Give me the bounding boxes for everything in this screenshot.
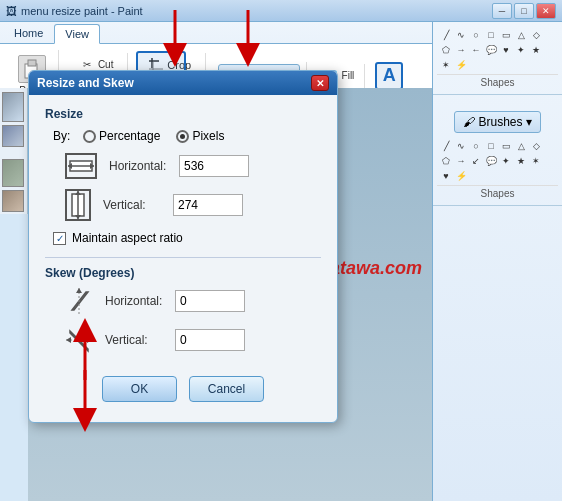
shape-rect[interactable]: □: [484, 28, 498, 42]
text-tool-button[interactable]: A: [375, 62, 403, 90]
resize-v-input[interactable]: [173, 194, 243, 216]
resize-section-title: Resize: [45, 107, 321, 121]
shape2-star4[interactable]: ✦: [499, 154, 513, 168]
dialog-close-button[interactable]: ✕: [311, 75, 329, 91]
by-row: By: Percentage Pixels: [53, 129, 321, 143]
tab-view[interactable]: View: [54, 24, 100, 44]
shape2-rect[interactable]: □: [484, 139, 498, 153]
ok-button[interactable]: OK: [102, 376, 177, 402]
shape-heart[interactable]: ♥: [499, 43, 513, 57]
app-icon: 🖼: [6, 5, 17, 17]
pixels-label: Pixels: [192, 129, 224, 143]
shape-lightning[interactable]: ⚡: [454, 58, 468, 72]
skew-horizontal-row: Horizontal:: [65, 288, 321, 314]
resize-v-label: Vertical:: [103, 198, 173, 212]
shape-star4[interactable]: ✦: [514, 43, 528, 57]
percentage-radio[interactable]: [83, 130, 96, 143]
tab-home-label: Home: [14, 27, 43, 39]
skew-h-svg: [66, 288, 92, 314]
skew-h-input[interactable]: [175, 290, 245, 312]
resize-v-svg: [70, 191, 86, 219]
title-bar: 🖼 menu resize paint - Paint ─ □ ✕: [0, 0, 562, 22]
dialog-title-bar: Resize and Skew ✕: [29, 71, 337, 95]
shape-star6[interactable]: ✶: [439, 58, 453, 72]
shapes-grid-top: ╱ ∿ ○ □ ▭ △ ◇ ⬠ → ← 💬 ♥ ✦ ★ ✶ ⚡: [437, 26, 558, 74]
shape2-pentagon[interactable]: ⬠: [439, 154, 453, 168]
shape-triangle[interactable]: △: [514, 28, 528, 42]
thumbnail-4: [2, 190, 24, 212]
shape2-oval[interactable]: ○: [469, 139, 483, 153]
shape-oval[interactable]: ○: [469, 28, 483, 42]
shape-arrow-right[interactable]: →: [454, 43, 468, 57]
skew-v-input[interactable]: [175, 329, 245, 351]
dialog-divider: [45, 257, 321, 258]
brushes-panel-inner[interactable]: 🖌 Brushes ▾: [454, 111, 540, 133]
shape-roundrect[interactable]: ▭: [499, 28, 513, 42]
svg-marker-14: [72, 292, 88, 310]
maintain-aspect-checkbox[interactable]: ✓: [53, 232, 66, 245]
maintain-aspect-row: ✓ Maintain aspect ratio: [53, 231, 321, 245]
minimize-button[interactable]: ─: [492, 3, 512, 19]
shape2-callout[interactable]: 💬: [484, 154, 498, 168]
title-bar-left: 🖼 menu resize paint - Paint: [6, 5, 143, 17]
brushes-panel-btn[interactable]: 🖌 Brushes ▾: [437, 107, 558, 137]
dialog-body: Resize By: Percentage Pixels: [29, 95, 337, 422]
shapes-grid-bottom: ╱ ∿ ○ □ ▭ △ ◇ ⬠ → ↙ 💬 ✦ ★ ✶ ♥ ⚡: [437, 137, 558, 185]
shapes-section-top: ╱ ∿ ○ □ ▭ △ ◇ ⬠ → ← 💬 ♥ ✦ ★ ✶ ⚡ Shapes: [433, 22, 562, 95]
shape2-lightning[interactable]: ⚡: [454, 169, 468, 183]
shape-curve[interactable]: ∿: [454, 28, 468, 42]
percentage-option[interactable]: Percentage: [83, 129, 160, 143]
shape2-curve[interactable]: ∿: [454, 139, 468, 153]
svg-rect-1: [28, 60, 36, 66]
svg-marker-9: [90, 163, 94, 169]
shape2-diamond[interactable]: ◇: [529, 139, 543, 153]
shape2-star6[interactable]: ✶: [529, 154, 543, 168]
cancel-button[interactable]: Cancel: [189, 376, 264, 402]
shape-line[interactable]: ╱: [439, 28, 453, 42]
brushes-panel-chevron: ▾: [526, 115, 532, 129]
thumbnail-1: [2, 92, 24, 122]
maintain-aspect-label: Maintain aspect ratio: [72, 231, 183, 245]
shape-diamond[interactable]: ◇: [529, 28, 543, 42]
skew-vertical-row: Vertical:: [65, 324, 321, 356]
resize-horizontal-row: Horizontal:: [65, 153, 321, 179]
shape2-star5[interactable]: ★: [514, 154, 528, 168]
thumbnail-2: [2, 125, 24, 147]
shape2-arrow1[interactable]: →: [454, 154, 468, 168]
tab-home[interactable]: Home: [4, 24, 53, 43]
shape-pentagon[interactable]: ⬠: [439, 43, 453, 57]
percentage-label: Percentage: [99, 129, 160, 143]
shapes-panel: ╱ ∿ ○ □ ▭ △ ◇ ⬠ → ← 💬 ♥ ✦ ★ ✶ ⚡ Shapes 🖌…: [432, 22, 562, 501]
pixels-radio[interactable]: [176, 130, 189, 143]
svg-marker-20: [87, 337, 92, 343]
shape-star5[interactable]: ★: [529, 43, 543, 57]
resize-h-input[interactable]: [179, 155, 249, 177]
skew-h-label: Horizontal:: [105, 294, 175, 308]
shape2-arrow2[interactable]: ↙: [469, 154, 483, 168]
shape-arrow-left[interactable]: ←: [469, 43, 483, 57]
thumbnail-3: [2, 159, 24, 187]
brushes-panel-icon: 🖌: [463, 115, 475, 129]
shape2-roundrect[interactable]: ▭: [499, 139, 513, 153]
maximize-button[interactable]: □: [514, 3, 534, 19]
close-window-button[interactable]: ✕: [536, 3, 556, 19]
brushes-panel-label: Brushes: [478, 115, 522, 129]
resize-vertical-row: Vertical:: [65, 189, 321, 221]
crop-label: Crop: [167, 59, 191, 71]
fill-label: Fill: [342, 70, 355, 81]
shapes-label-top: Shapes: [437, 74, 558, 90]
dialog-buttons: OK Cancel: [45, 366, 321, 410]
shape2-line[interactable]: ╱: [439, 139, 453, 153]
svg-marker-16: [76, 288, 82, 293]
pixels-option[interactable]: Pixels: [176, 129, 224, 143]
resize-h-icon: [65, 153, 97, 179]
shape2-heart[interactable]: ♥: [439, 169, 453, 183]
resize-v-icon: [65, 189, 91, 221]
shape2-triangle[interactable]: △: [514, 139, 528, 153]
skew-v-svg: [66, 325, 92, 355]
by-label: By:: [53, 129, 77, 143]
shape-callout[interactable]: 💬: [484, 43, 498, 57]
skew-section-title: Skew (Degrees): [45, 266, 321, 280]
svg-marker-19: [66, 337, 71, 343]
tab-view-label: View: [65, 28, 89, 40]
